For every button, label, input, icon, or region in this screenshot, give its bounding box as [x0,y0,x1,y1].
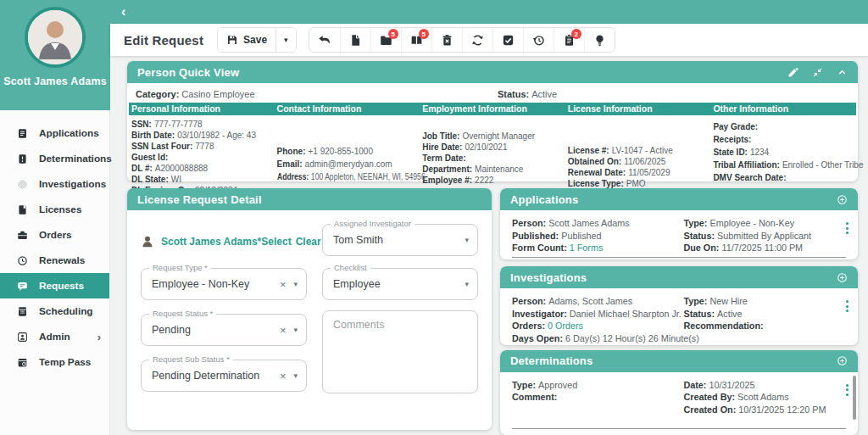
sidebar-item-renewals[interactable]: Renewals [0,248,109,273]
scrollbar[interactable] [853,376,856,420]
sidebar-item-licenses[interactable]: Licenses [0,197,109,222]
info-row: Employee #:2222 [422,175,565,186]
assigned-investigator-field[interactable]: Assigned Investigator Tom Smith ▾ [322,224,478,256]
investigations-body: Person:Adams, Scott JamesInvestigator:Da… [500,288,858,344]
investigations-title: Investigations [510,271,587,284]
sidebar-item-label: Temp Pass [39,356,91,368]
comments-textarea[interactable] [322,310,478,393]
add-investigation-button[interactable] [837,272,848,283]
undo-button[interactable] [309,28,340,52]
section-header: License Information [565,103,711,115]
clear-x-icon[interactable]: × [280,279,287,290]
sidebar-item-determinations[interactable]: Determinations [0,146,109,171]
avatar [25,7,86,68]
determinations-menu-button[interactable] [846,384,849,396]
trash-icon [441,34,453,47]
assigned-investigator-label: Assigned Investigator [331,219,415,228]
sidebar-menu: Applications Determinations Investigatio… [0,110,110,435]
save-dropdown-caret[interactable]: ▾ [275,28,296,52]
person-link[interactable]: Scott James Adams* [161,236,261,248]
info-row: Investigator:Daniel Michael Sharpton Jr. [512,308,683,321]
admin-icon [17,332,28,343]
top-strip: ‹ [110,0,868,24]
add-application-button[interactable] [837,194,848,205]
info-row: Comment: [512,391,683,404]
info-row: Created On:10/31/2025 12:20 PM [683,404,836,416]
dropdown-caret-icon[interactable]: ▾ [293,372,298,380]
info-row: Type:Approved [512,379,683,392]
category-value: Casino Employee [181,89,254,99]
idea-button[interactable] [584,28,615,52]
determinations-body: Type:ApprovedComment: Date:10/31/2025Cre… [500,372,858,426]
determinations-title: Determinations [510,354,593,367]
page-title: Edit Request [124,33,203,47]
info-row: Recommendation: [683,320,836,332]
tasks-button[interactable] [492,28,523,52]
info-row: State ID:1234 [713,146,856,159]
request-status-field[interactable]: Request Status * Pending ×▾ [141,314,307,346]
info-row: Form Count:1 Forms [512,242,683,254]
dropdown-caret-icon[interactable]: ▾ [465,281,469,288]
new-document-button[interactable] [340,28,370,52]
applications-menu-button[interactable] [846,222,849,234]
clear-x-icon[interactable]: × [280,371,287,382]
select-link[interactable]: Select [261,236,291,248]
license-request-detail-title: License Request Detail [137,193,262,206]
clear-x-icon[interactable]: × [280,325,287,336]
request-type-field[interactable]: Request Type * Employee - Non-Key ×▾ [141,268,307,300]
save-button[interactable]: Save [218,28,275,52]
info-row: Hire Date:02/10/2021 [422,142,565,153]
pqv-contact-column: Phone:+1 920-855-1000Email:admin@merydya… [275,117,420,196]
folder-button[interactable]: 5 [370,28,401,52]
document-icon [349,34,362,47]
investigations-menu-button[interactable] [846,300,849,312]
dropdown-caret-icon[interactable]: ▾ [293,281,298,288]
divider [512,428,846,429]
open-book-button[interactable]: 5 [401,28,431,52]
applications-header: Applications [500,188,858,210]
dropdown-caret-icon[interactable]: ▾ [465,237,469,244]
info-row: Days Open:6 Day(s) 12 Hour(s) 26 Minute(… [512,332,683,345]
clipboard-button[interactable]: 2 [554,28,584,52]
back-button[interactable]: ‹ [121,5,125,19]
determinations-icon [17,153,28,165]
sidebar-item-applications[interactable]: Applications [0,120,109,146]
info-row: Job Title:Overnight Manager [422,131,565,142]
applications-icon [17,128,28,139]
edit-pencil-icon[interactable] [787,67,798,78]
sidebar-item-admin[interactable]: Admin › [0,324,109,349]
sidebar-item-requests[interactable]: Requests [0,273,109,298]
info-row: Status:Submitted By Applicant [683,230,836,243]
history-button[interactable] [523,28,554,52]
info-row: Type:New Hire [683,295,836,308]
info-row: Guest Id: [131,152,275,163]
scheduling-icon [17,306,28,317]
collapse-arrows-icon[interactable] [812,67,823,78]
clipboard-badge: 2 [571,29,581,39]
sidebar-item-scheduling[interactable]: Scheduling [0,298,109,324]
request-sub-status-field[interactable]: Request Sub Status * Pending Determinati… [141,360,307,392]
delete-button[interactable] [431,28,462,52]
sidebar-item-orders[interactable]: Orders [0,222,109,248]
dropdown-caret-icon[interactable]: ▾ [293,326,298,334]
orders-icon [17,230,28,241]
sidebar-item-investigations[interactable]: Investigations [0,171,109,197]
sidebar-item-temp-pass[interactable]: Temp Pass [0,349,109,375]
info-row: Tribal Affiliation:Enrolled - Other Trib… [713,159,856,171]
info-row: Created By:Scott Adams [683,391,836,404]
pqv-other-column: Pay Grade:Receipts:State ID:1234Tribal A… [710,117,856,196]
investigations-card: Investigations Person:Adams, Scott James… [500,266,858,345]
save-button-group: Save ▾ [217,27,297,53]
refresh-button[interactable] [462,28,492,52]
clear-link[interactable]: Clear [296,236,321,248]
investigations-header: Investigations [500,266,858,288]
info-row: Due On:11/7/2025 11:00 PM [683,242,836,254]
checklist-field[interactable]: Checklist Employee ▾ [322,268,478,300]
info-row: Phone:+1 920-855-1000 [277,145,420,158]
chevron-up-icon[interactable] [837,67,848,78]
sidebar-item-label: Admin [39,331,70,343]
info-row: Address:100 Appleton, NEENAH, WI, 54956 [277,170,400,183]
add-determination-button[interactable] [837,355,848,366]
person-quick-view-title: Person Quick View [137,66,239,79]
person-quick-view-header: Person Quick View [127,61,858,83]
